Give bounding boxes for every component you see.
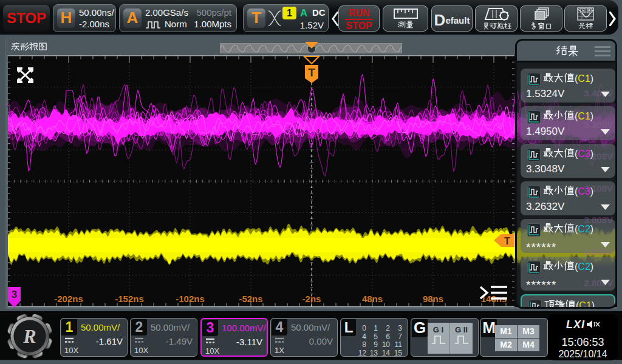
svg-text:-202ns: -202ns bbox=[54, 294, 83, 304]
svg-text:-152ns: -152ns bbox=[115, 294, 144, 304]
svg-text:48ns: 48ns bbox=[362, 294, 383, 304]
svg-text:T: T bbox=[308, 66, 315, 79]
svg-text:98ns: 98ns bbox=[423, 294, 443, 304]
svg-text:3: 3 bbox=[12, 289, 17, 300]
svg-text:-2ns: -2ns bbox=[302, 294, 321, 304]
svg-text:-102ns: -102ns bbox=[176, 294, 205, 304]
svg-text:R: R bbox=[22, 325, 36, 347]
svg-text:T: T bbox=[504, 236, 510, 246]
svg-text:-52ns: -52ns bbox=[239, 294, 262, 304]
